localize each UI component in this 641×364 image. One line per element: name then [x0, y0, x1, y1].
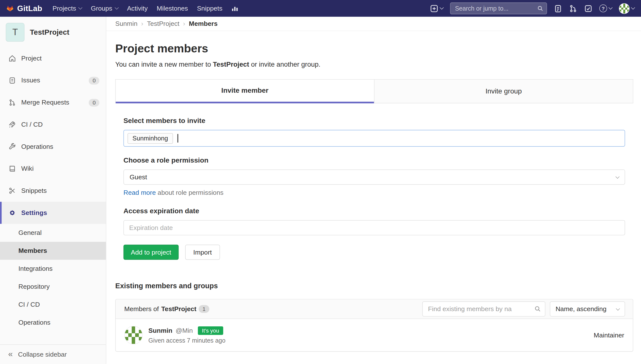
- settings-item-ci-cd[interactable]: CI / CD: [0, 296, 106, 314]
- members-select-input[interactable]: Sunminhong: [124, 130, 625, 146]
- project-name: TestProject: [30, 28, 69, 37]
- project-context-link[interactable]: T TestProject: [0, 17, 106, 48]
- sidebar-item-label: Wiki: [21, 165, 34, 172]
- tab-invite-member[interactable]: Invite member: [116, 80, 374, 103]
- member-token[interactable]: Sunminhong: [128, 133, 173, 144]
- import-button[interactable]: Import: [185, 245, 220, 260]
- app-window: GitLab Projects Groups Activity Mileston…: [0, 0, 641, 364]
- sidebar-item-wiki[interactable]: Wiki: [0, 158, 106, 180]
- bar-chart-icon: [231, 5, 238, 12]
- intro-prefix: You can invite a new member to: [115, 60, 213, 68]
- issues-icon: [554, 4, 562, 12]
- nav-groups[interactable]: Groups: [86, 0, 123, 17]
- sidebar-item-issues[interactable]: Issues 0: [0, 69, 106, 92]
- new-menu-button[interactable]: [430, 4, 443, 12]
- wrench-icon: [9, 143, 16, 150]
- project-avatar: T: [6, 23, 24, 42]
- members-panel: Members of TestProject 1 Name: [115, 299, 633, 352]
- invite-member-form: Select members to invite Sunminhong Choo…: [115, 103, 633, 269]
- sort-dropdown[interactable]: Name, ascending: [550, 302, 625, 316]
- member-row: Sunmin @Min It's you Given access 7 minu…: [116, 319, 633, 351]
- chevron-down-icon: [631, 6, 635, 10]
- invite-tabs: Invite member Invite group: [115, 79, 633, 103]
- nav-activity[interactable]: Activity: [123, 0, 152, 17]
- breadcrumb-project[interactable]: TestProject: [147, 20, 179, 27]
- search-input[interactable]: [450, 2, 547, 14]
- mr-count-badge: 0: [89, 98, 99, 106]
- settings-submenu: General Members Integrations Repository …: [0, 224, 106, 332]
- nav-milestones-label: Milestones: [157, 5, 188, 12]
- sidebar-item-label: Operations: [21, 143, 53, 150]
- scissors-icon: [9, 187, 16, 194]
- settings-item-repository[interactable]: Repository: [0, 278, 106, 296]
- submenu-label: Operations: [19, 319, 51, 326]
- read-more-link[interactable]: Read more: [124, 189, 156, 196]
- nav-snippets[interactable]: Snippets: [192, 0, 227, 17]
- book-icon: [9, 165, 16, 172]
- member-name[interactable]: Sunmin: [148, 327, 172, 334]
- sidebar-item-label: CI / CD: [21, 121, 43, 128]
- navbar-left: GitLab Projects Groups Activity Mileston…: [7, 0, 430, 17]
- gitlab-home-link[interactable]: GitLab: [7, 4, 42, 13]
- breadcrumb: Sunmin › TestProject › Members: [106, 17, 641, 31]
- sidebar-item-label: Snippets: [21, 187, 47, 194]
- sidebar-item-operations[interactable]: Operations: [0, 136, 106, 158]
- breadcrumb-namespace[interactable]: Sunmin: [115, 20, 137, 27]
- sidebar-item-ci-cd[interactable]: CI / CD: [0, 114, 106, 136]
- member-avatar[interactable]: [124, 326, 143, 344]
- issues-dashboard-button[interactable]: [554, 4, 562, 12]
- check-square-icon: [584, 4, 592, 12]
- collapse-sidebar-button[interactable]: « Collapse sidebar: [0, 344, 106, 364]
- role-select[interactable]: Guest: [124, 170, 625, 184]
- gitlab-tanuki-icon: [7, 5, 14, 12]
- sidebar-item-settings[interactable]: Settings: [0, 202, 106, 224]
- find-members-input[interactable]: [422, 302, 545, 316]
- search-icon: [534, 306, 541, 312]
- submenu-label: General: [19, 229, 42, 236]
- breadcrumb-separator-icon: ›: [183, 20, 185, 27]
- expiration-date-input[interactable]: [124, 220, 625, 235]
- expiration-date-label: Access expiration date: [124, 207, 625, 215]
- intro-project-name: TestProject: [213, 60, 249, 68]
- tab-invite-group[interactable]: Invite group: [374, 80, 633, 103]
- nav-projects[interactable]: Projects: [48, 0, 86, 17]
- merge-requests-dashboard-button[interactable]: [569, 4, 577, 12]
- submenu-label: Integrations: [19, 265, 53, 272]
- member-role: Maintainer: [594, 332, 624, 339]
- settings-item-members[interactable]: Members: [0, 242, 106, 260]
- settings-item-operations[interactable]: Operations: [0, 314, 106, 332]
- merge-request-icon: [9, 99, 16, 106]
- chevron-down-icon: [608, 6, 612, 10]
- sidebar-item-merge-requests[interactable]: Merge Requests 0: [0, 92, 106, 114]
- issues-count-badge: 0: [89, 76, 99, 84]
- add-to-project-button[interactable]: Add to project: [124, 245, 179, 260]
- help-menu-button[interactable]: ?: [599, 4, 612, 12]
- todos-button[interactable]: [584, 4, 592, 12]
- double-chevron-left-icon: «: [8, 350, 13, 358]
- nav-milestones[interactable]: Milestones: [152, 0, 192, 17]
- sidebar-item-label: Issues: [21, 77, 40, 84]
- sort-label: Name, ascending: [556, 305, 606, 312]
- sidebar-item-snippets[interactable]: Snippets: [0, 180, 106, 202]
- page-title: Project members: [115, 42, 633, 55]
- plus-square-icon: [430, 4, 438, 12]
- member-access-note: Given access 7 minutes ago: [148, 337, 225, 344]
- user-menu-button[interactable]: [619, 3, 634, 14]
- rocket-icon: [9, 121, 16, 128]
- chevron-down-icon: [115, 6, 118, 10]
- settings-item-general[interactable]: General: [0, 224, 106, 242]
- global-search: [450, 2, 547, 14]
- members-panel-title: Members of TestProject 1: [124, 305, 209, 313]
- its-you-badge: It's you: [198, 326, 223, 335]
- sidebar-item-project[interactable]: Project: [0, 48, 106, 70]
- sidebar-nav: Project Issues 0 Merge Requests 0: [0, 48, 106, 344]
- search-icon: [537, 6, 543, 12]
- submenu-label: Repository: [19, 283, 50, 290]
- text-cursor: [177, 134, 178, 143]
- nav-projects-label: Projects: [53, 5, 76, 12]
- nav-charts[interactable]: [227, 0, 243, 17]
- find-members-box: [422, 302, 545, 316]
- collapse-sidebar-label: Collapse sidebar: [18, 351, 67, 358]
- help-icon: ?: [599, 4, 607, 12]
- settings-item-integrations[interactable]: Integrations: [0, 260, 106, 278]
